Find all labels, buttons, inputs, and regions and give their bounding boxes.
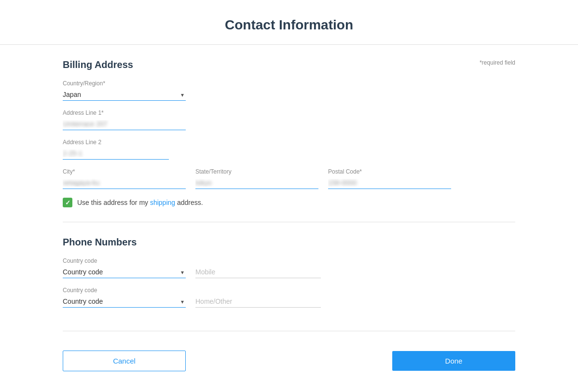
city-label: City* xyxy=(63,168,186,175)
done-button[interactable]: Done xyxy=(392,351,515,371)
address1-group: Address Line 1* xyxy=(63,109,186,130)
postal-group: Postal Code* xyxy=(328,168,451,189)
city-state-postal-row: City* State/Territory Postal Code* xyxy=(63,168,515,189)
address2-row: Address Line 2 xyxy=(63,139,515,160)
country-row: Country/Region* Japan ▾ xyxy=(63,80,515,101)
shipping-checkbox[interactable]: ✓ xyxy=(63,198,72,207)
mobile-phone-row: Country code Country code ▾ xyxy=(63,257,515,278)
city-group: City* xyxy=(63,168,186,189)
country-group: Country/Region* Japan ▾ xyxy=(63,80,186,101)
footer-buttons: Cancel Done xyxy=(63,346,515,376)
state-group: State/Territory xyxy=(195,168,318,189)
required-note: *required field xyxy=(480,59,515,66)
address2-group: Address Line 2 xyxy=(63,139,169,160)
shipping-checkbox-row: ✓ Use this address for my shipping addre… xyxy=(63,198,515,207)
country-label: Country/Region* xyxy=(63,80,186,87)
mobile-country-label: Country code xyxy=(63,257,186,264)
mobile-input-group xyxy=(195,266,321,278)
phone-section-title: Phone Numbers xyxy=(63,237,515,248)
state-input[interactable] xyxy=(195,177,318,189)
home-country-group: Country code Country code ▾ xyxy=(63,287,186,308)
address2-label: Address Line 2 xyxy=(63,139,169,146)
country-select-wrapper[interactable]: Japan ▾ xyxy=(63,89,186,101)
home-country-label: Country code xyxy=(63,287,186,294)
city-input[interactable] xyxy=(63,177,186,189)
shipping-link[interactable]: shipping xyxy=(150,199,175,206)
mobile-country-select[interactable]: Country code xyxy=(63,266,186,278)
checkmark-icon: ✓ xyxy=(65,199,70,206)
home-input-group xyxy=(195,296,321,308)
mobile-country-select-wrapper[interactable]: Country code ▾ xyxy=(63,266,186,278)
state-label: State/Territory xyxy=(195,168,318,175)
shipping-checkbox-label: Use this address for my shipping address… xyxy=(77,199,203,206)
home-input[interactable] xyxy=(195,296,321,308)
postal-input[interactable] xyxy=(328,177,451,189)
address1-input[interactable] xyxy=(63,118,186,130)
cancel-button[interactable]: Cancel xyxy=(63,351,186,371)
billing-section-header: Billing Address *required field xyxy=(63,59,515,70)
postal-label: Postal Code* xyxy=(328,168,451,175)
home-country-select-wrapper[interactable]: Country code ▾ xyxy=(63,296,186,308)
country-select[interactable]: Japan xyxy=(63,89,186,101)
billing-address-section: Billing Address *required field Country/… xyxy=(63,59,515,222)
billing-section-title: Billing Address xyxy=(63,59,133,70)
home-phone-row: Country code Country code ▾ xyxy=(63,287,515,308)
phone-numbers-section: Phone Numbers Country code Country code … xyxy=(63,237,515,331)
address2-input[interactable] xyxy=(63,148,169,160)
address1-row: Address Line 1* xyxy=(63,109,515,130)
mobile-country-group: Country code Country code ▾ xyxy=(63,257,186,278)
page-title: Contact Information xyxy=(0,17,578,33)
page-header: Contact Information xyxy=(0,0,578,45)
address1-label: Address Line 1* xyxy=(63,109,186,116)
mobile-input[interactable] xyxy=(195,266,321,278)
home-country-select[interactable]: Country code xyxy=(63,296,186,308)
